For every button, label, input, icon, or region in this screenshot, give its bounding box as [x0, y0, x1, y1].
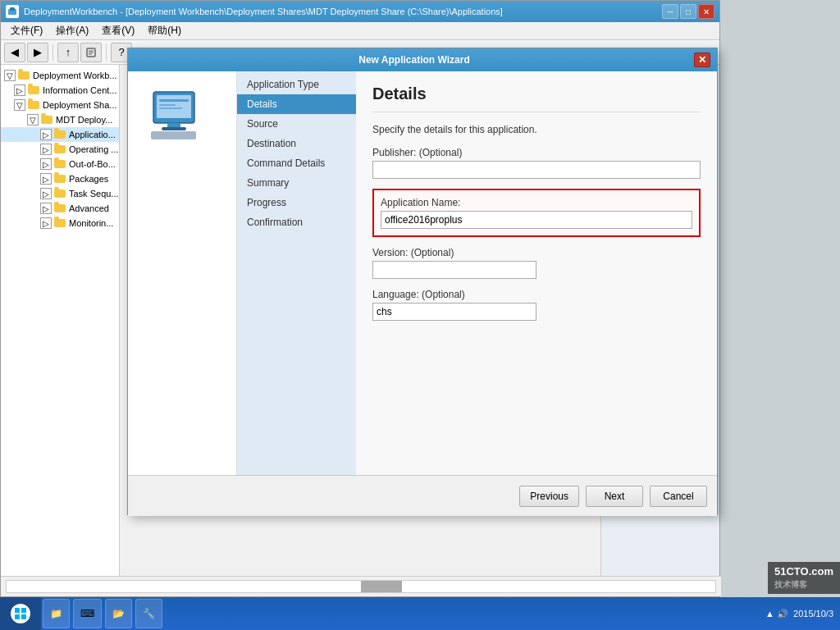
- expand-icon[interactable]: ▷: [40, 188, 52, 199]
- tree-label: Packages: [69, 174, 108, 184]
- menu-view[interactable]: 查看(V): [95, 22, 141, 39]
- app-name-label: Application Name:: [381, 197, 692, 208]
- tree-item-out-of-band[interactable]: ▷ Out-of-Bo...: [1, 157, 119, 171]
- tree-label: Advanced: [69, 203, 109, 213]
- tree-item-info-center[interactable]: ▷ Information Cent...: [1, 83, 119, 98]
- expand-icon[interactable]: ▽: [27, 114, 39, 126]
- taskbar: 📁 ⌨ 📂 🔧 ▲ 🔊 2015/10/3: [0, 597, 840, 630]
- tree-label: Applicatio...: [69, 130, 116, 139]
- forward-button[interactable]: ▶: [27, 43, 48, 62]
- svg-rect-7: [157, 95, 191, 118]
- tree-item-monitoring[interactable]: ▷ Monitorin...: [1, 216, 119, 231]
- expand-icon[interactable]: ▷: [40, 173, 52, 185]
- cancel-button[interactable]: Cancel: [650, 486, 707, 507]
- properties-button[interactable]: [80, 43, 102, 62]
- tree-label: Deployment Workb...: [33, 71, 117, 80]
- start-button[interactable]: [0, 597, 41, 630]
- language-input[interactable]: [372, 303, 536, 321]
- tree-item-mdt-deploy[interactable]: ▽ MDT Deploy...: [1, 112, 119, 127]
- wizard-page-header: Details: [372, 84, 701, 112]
- explorer-icon: 📂: [112, 608, 125, 619]
- folder-icon: [27, 84, 40, 96]
- wizard-computer-icon: [149, 88, 215, 145]
- expand-icon[interactable]: ▽: [14, 99, 25, 111]
- tree-label: Information Cent...: [43, 85, 117, 95]
- svg-rect-15: [21, 608, 26, 613]
- up-button[interactable]: ↑: [57, 43, 79, 62]
- wizard-nav-summary[interactable]: Summary: [237, 173, 356, 193]
- svg-rect-11: [167, 123, 180, 127]
- wizard-nav-confirmation[interactable]: Confirmation: [237, 212, 356, 232]
- watermark: 51CTO.com 技术博客: [768, 562, 840, 594]
- watermark-site: 51CTO.com: [774, 565, 833, 578]
- watermark-sub: 技术博客: [774, 580, 807, 589]
- tree-item-packages[interactable]: ▷ Packages: [1, 171, 119, 186]
- wizard-nav-progress[interactable]: Progress: [237, 193, 356, 212]
- menu-help[interactable]: 帮助(H): [141, 22, 188, 39]
- expand-icon[interactable]: ▽: [4, 70, 16, 81]
- toolbar-separator-2: [106, 44, 107, 61]
- expand-icon[interactable]: ▷: [40, 144, 52, 155]
- tree-item-deployment-workbench[interactable]: ▽ Deployment Workb...: [1, 68, 119, 83]
- expand-icon[interactable]: ▷: [40, 129, 52, 140]
- window-controls: ─ □ ✕: [662, 4, 714, 19]
- wizard-nav-destination[interactable]: Destination: [237, 134, 356, 153]
- menu-action[interactable]: 操作(A): [49, 22, 95, 39]
- wizard-icon-area: [128, 71, 237, 475]
- expand-icon[interactable]: ▷: [40, 203, 52, 214]
- version-input[interactable]: [372, 261, 536, 279]
- folder-icon: [53, 188, 66, 199]
- wizard-nav-application-type[interactable]: Application Type: [237, 75, 356, 94]
- wizard-nav: Application Type Details Source Destinat…: [237, 71, 356, 475]
- svg-rect-13: [151, 131, 196, 139]
- back-button[interactable]: ◀: [4, 43, 25, 62]
- title-bar: DeploymentWorkbench - [Deployment Workbe…: [1, 1, 719, 22]
- version-group: Version: (Optional): [372, 247, 701, 279]
- expand-icon[interactable]: ▷: [40, 158, 52, 170]
- svg-rect-12: [162, 127, 186, 130]
- app-name-group-highlighted: Application Name:: [372, 189, 701, 237]
- tree-label: Operating ...: [69, 144, 119, 154]
- taskbar-tool-button[interactable]: 🔧: [135, 599, 162, 628]
- menu-file[interactable]: 文件(F): [4, 22, 49, 39]
- system-tray-icons: ▲ 🔊: [765, 609, 788, 619]
- expand-icon[interactable]: ▷: [40, 217, 52, 229]
- language-group: Language: (Optional): [372, 289, 701, 321]
- tree-label: MDT Deploy...: [56, 115, 112, 125]
- publisher-input[interactable]: [372, 161, 701, 179]
- tree-item-task-sequences[interactable]: ▷ Task Sequ...: [1, 186, 119, 201]
- close-button[interactable]: ✕: [698, 4, 714, 19]
- svg-rect-17: [21, 614, 26, 619]
- app-icon: [6, 5, 19, 18]
- tree-panel: ▽ Deployment Workb... ▷ Information Cent…: [1, 65, 120, 578]
- maximize-button[interactable]: □: [680, 4, 696, 19]
- folder-icon: [53, 217, 66, 229]
- taskbar-clock: 2015/10/3: [793, 609, 833, 619]
- wizard-nav-details[interactable]: Details: [237, 94, 356, 114]
- taskbar-files-button[interactable]: 📁: [43, 599, 70, 628]
- tree-label: Out-of-Bo...: [69, 159, 116, 169]
- dialog-title-bar: New Application Wizard ✕: [128, 48, 717, 71]
- wizard-nav-source[interactable]: Source: [237, 114, 356, 134]
- scroll-bar[interactable]: [6, 580, 716, 593]
- scroll-thumb[interactable]: [361, 581, 402, 592]
- taskbar-explorer-button[interactable]: 📂: [105, 599, 132, 628]
- minimize-button[interactable]: ─: [662, 4, 678, 19]
- publisher-group: Publisher: (Optional): [372, 147, 701, 179]
- folder-icon: [53, 144, 66, 155]
- dialog-close-button[interactable]: ✕: [694, 52, 710, 67]
- taskbar-cmd-button[interactable]: ⌨: [73, 599, 102, 628]
- app-name-input[interactable]: [381, 211, 692, 229]
- tree-item-applications[interactable]: ▷ Applicatio...: [1, 127, 119, 142]
- previous-button[interactable]: Previous: [519, 486, 579, 507]
- tree-item-operating[interactable]: ▷ Operating ...: [1, 142, 119, 157]
- tree-item-deployment-shares[interactable]: ▽ Deployment Sha...: [1, 98, 119, 112]
- expand-icon[interactable]: ▷: [14, 84, 25, 96]
- next-button[interactable]: Next: [586, 486, 643, 507]
- dialog-footer: Previous Next Cancel: [128, 475, 717, 516]
- svg-rect-16: [15, 614, 20, 619]
- wizard-nav-command-details[interactable]: Command Details: [237, 153, 356, 173]
- folder-icon: [27, 99, 40, 111]
- tree-label: Deployment Sha...: [43, 100, 117, 110]
- tree-item-advanced[interactable]: ▷ Advanced: [1, 201, 119, 216]
